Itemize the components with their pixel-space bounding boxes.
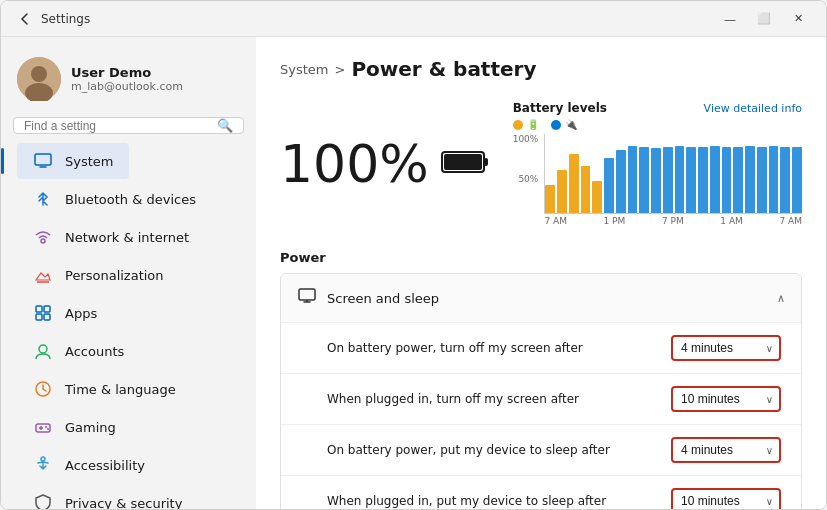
chart-bar-8 <box>639 147 649 213</box>
breadcrumb-parent: System <box>280 62 328 77</box>
nav-item-time[interactable]: Time & language <box>17 371 192 407</box>
chevron-up-icon: ∧ <box>777 292 785 305</box>
x-label-0: 7 AM <box>544 216 567 226</box>
nav-icon-time <box>33 379 53 399</box>
window-title: Settings <box>41 12 90 26</box>
nav-item-accounts[interactable]: Accounts <box>17 333 140 369</box>
maximize-button[interactable]: ⬜ <box>748 7 780 31</box>
svg-point-11 <box>39 345 47 353</box>
dropdown-3[interactable]: 1 minute2 minutes3 minutes4 minutes5 min… <box>671 488 781 509</box>
dropdown-2[interactable]: 1 minute2 minutes3 minutes4 minutes5 min… <box>671 437 781 463</box>
svg-rect-21 <box>444 154 482 170</box>
svg-point-18 <box>41 457 45 461</box>
y-label-100: 100% <box>513 134 539 144</box>
nav-item-network[interactable]: Network & internet <box>17 219 205 255</box>
svg-point-1 <box>31 66 47 82</box>
monitor-icon <box>297 286 317 306</box>
row-label-1: When plugged in, turn off my screen afte… <box>327 392 579 406</box>
x-label-3: 1 AM <box>720 216 743 226</box>
legend-battery-label: 🔋 <box>527 119 539 130</box>
chart-bar-1 <box>557 170 567 213</box>
chart-bar-3 <box>581 166 591 213</box>
x-label-4: 7 AM <box>779 216 802 226</box>
dropdown-wrapper-1[interactable]: 1 minute2 minutes3 minutes4 minutes5 min… <box>671 386 781 412</box>
row-label-3: When plugged in, put my device to sleep … <box>327 494 606 508</box>
battery-svg <box>441 149 489 175</box>
avatar <box>17 57 61 101</box>
nav-icon-bluetooth <box>33 189 53 209</box>
dropdown-wrapper-0[interactable]: 1 minute2 minutes3 minutes4 minutes5 min… <box>671 335 781 361</box>
chart-detail-link[interactable]: View detailed info <box>704 102 802 115</box>
svg-point-17 <box>47 428 49 430</box>
nav-item-accessibility[interactable]: Accessibility <box>17 447 161 483</box>
title-bar-left: Settings <box>17 11 90 27</box>
chart-title: Battery levels <box>513 101 607 115</box>
svg-rect-20 <box>484 158 488 166</box>
breadcrumb-current: Power & battery <box>351 57 536 81</box>
nav-item-personalization[interactable]: Personalization <box>17 257 180 293</box>
nav-icon-personalization <box>33 265 53 285</box>
window-controls: — ⬜ ✕ <box>714 7 814 31</box>
user-email: m_lab@outlook.com <box>71 80 183 93</box>
minimize-button[interactable]: — <box>714 7 746 31</box>
nav-item-system[interactable]: System <box>17 143 129 179</box>
chart-bar-20 <box>780 147 790 213</box>
nav-label-system: System <box>65 154 113 169</box>
battery-header: 100% Battery levels View detailed info <box>280 97 802 230</box>
main-layout: User Demo m_lab@outlook.com 🔍 SystemBlue… <box>1 37 826 509</box>
close-button[interactable]: ✕ <box>782 7 814 31</box>
screen-icon <box>297 286 317 310</box>
nav-label-accessibility: Accessibility <box>65 458 145 473</box>
nav-label-gaming: Gaming <box>65 420 116 435</box>
dropdown-1[interactable]: 1 minute2 minutes3 minutes4 minutes5 min… <box>671 386 781 412</box>
nav-icon-accounts <box>33 341 53 361</box>
search-box[interactable]: 🔍 <box>13 117 244 134</box>
battery-percent-section: 100% <box>280 97 489 230</box>
dropdown-0[interactable]: 1 minute2 minutes3 minutes4 minutes5 min… <box>671 335 781 361</box>
dropdown-wrapper-2[interactable]: 1 minute2 minutes3 minutes4 minutes5 min… <box>671 437 781 463</box>
chart-bar-16 <box>733 147 743 213</box>
nav-item-privacy[interactable]: Privacy & security <box>17 485 198 509</box>
settings-row-0: On battery power, turn off my screen aft… <box>281 322 801 373</box>
nav-item-wrapper-personalization: Personalization <box>1 256 256 294</box>
settings-window: Settings — ⬜ ✕ User Demo m_l <box>0 0 827 510</box>
power-section: Power Screen and slee <box>280 250 802 509</box>
nav-label-time: Time & language <box>65 382 176 397</box>
nav-active-indicator-system <box>1 148 4 174</box>
search-input[interactable] <box>24 119 217 133</box>
dropdown-wrapper-3[interactable]: 1 minute2 minutes3 minutes4 minutes5 min… <box>671 488 781 509</box>
search-icon: 🔍 <box>217 118 233 133</box>
chart-bars <box>544 134 802 214</box>
svg-rect-7 <box>36 306 42 312</box>
screen-sleep-header[interactable]: Screen and sleep ∧ <box>281 274 801 322</box>
nav-icon-gaming <box>33 417 53 437</box>
chart-bar-5 <box>604 158 614 213</box>
back-icon[interactable] <box>17 11 33 27</box>
chart-bar-6 <box>616 150 626 213</box>
legend-battery-dot <box>513 120 523 130</box>
chart-bar-9 <box>651 148 661 213</box>
nav-item-bluetooth[interactable]: Bluetooth & devices <box>17 181 212 217</box>
user-name: User Demo <box>71 65 183 80</box>
breadcrumb: System > Power & battery <box>280 57 802 81</box>
nav-item-apps[interactable]: Apps <box>17 295 113 331</box>
nav-item-gaming[interactable]: Gaming <box>17 409 132 445</box>
chart-bar-4 <box>592 181 602 213</box>
battery-icon <box>441 145 489 183</box>
chart-area: 100% 50% 7 AM 1 PM 7 PM 1 AM 7 AM <box>513 134 802 226</box>
nav-item-wrapper-accounts: Accounts <box>1 332 256 370</box>
svg-rect-3 <box>35 154 51 165</box>
chart-bar-19 <box>769 146 779 213</box>
nav-item-wrapper-system: System <box>1 142 256 180</box>
nav-item-wrapper-gaming: Gaming <box>1 408 256 446</box>
battery-chart: Battery levels View detailed info 🔋 🔌 <box>513 97 802 230</box>
nav-label-privacy: Privacy & security <box>65 496 182 510</box>
row-label-2: On battery power, put my device to sleep… <box>327 443 610 457</box>
nav-icon-accessibility <box>33 455 53 475</box>
nav-item-wrapper-time: Time & language <box>1 370 256 408</box>
chart-bar-2 <box>569 154 579 213</box>
svg-point-5 <box>41 239 45 243</box>
nav-icon-privacy <box>33 493 53 509</box>
user-profile: User Demo m_lab@outlook.com <box>1 49 256 117</box>
nav-item-wrapper-network: Network & internet <box>1 218 256 256</box>
